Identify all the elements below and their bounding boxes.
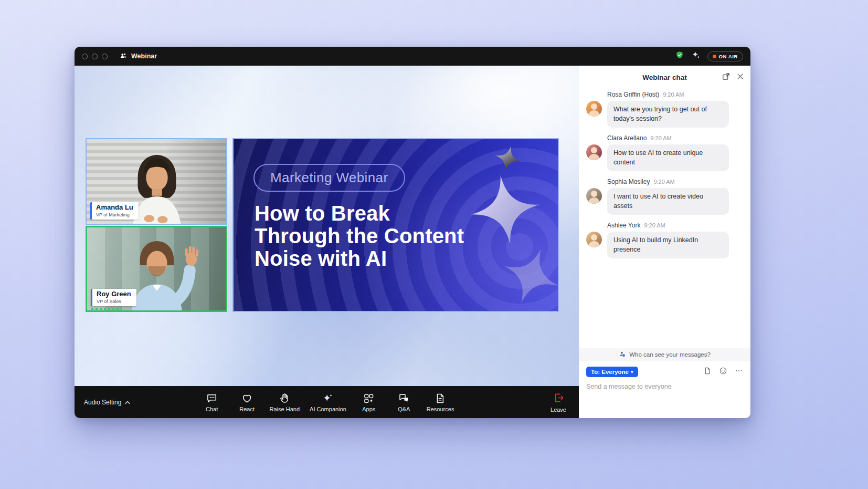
recipient-selector[interactable]: To: Everyone ▾: [586, 367, 638, 377]
meeting-toolbar: Audio Setting Chat React: [75, 386, 579, 418]
message-time: 9:20 AM: [644, 222, 665, 228]
title-bar: Webinar ON AIR: [75, 47, 750, 66]
on-air-dot: [713, 55, 716, 58]
chat-icon: [206, 392, 218, 404]
audio-level-indicator: [91, 308, 122, 310]
qa-icon: [398, 392, 410, 404]
caret-down-icon: ▾: [631, 370, 633, 374]
chat-message: Clara Arellano9:20 AM How to use AI to c…: [586, 134, 743, 171]
raised-hand-icon: [279, 392, 291, 404]
more-options-icon[interactable]: [735, 367, 743, 377]
close-icon[interactable]: [736, 72, 744, 82]
window-maximize-button[interactable]: [102, 54, 108, 59]
audio-setting-button[interactable]: Audio Setting: [84, 399, 130, 406]
message-author: Rosa Griffin (Host): [607, 91, 659, 98]
apps-icon: [363, 392, 375, 404]
chat-message: Sophia Mosiley9:20 AM I want to use AI t…: [586, 178, 743, 215]
ai-companion-sparkle-icon[interactable]: [691, 50, 701, 62]
message-visibility-note[interactable]: Who can see your messages?: [579, 348, 750, 361]
participant-role: VP of Marketing: [96, 212, 133, 217]
visibility-person-icon: [619, 350, 626, 359]
participant-name: Amanda Lu: [96, 204, 133, 212]
message-author: Sophia Mosiley: [607, 178, 650, 185]
toolbar-button-raise-hand[interactable]: Raise Hand: [267, 390, 303, 414]
avatar: [586, 232, 602, 247]
meeting-stage: Amanda Lu VP of Marketing: [75, 66, 579, 386]
message-author: Clara Arellano: [607, 134, 647, 142]
window-close-button[interactable]: [82, 54, 88, 59]
toolbar-button-ai-companion[interactable]: AI Companion: [306, 390, 350, 414]
name-tag-amanda: Amanda Lu VP of Marketing: [90, 202, 139, 220]
leave-icon: [553, 392, 565, 405]
chat-message: Ashlee York9:20 AM Using AI to build my …: [586, 222, 743, 258]
ai-companion-icon: [322, 392, 334, 404]
participant-role: VP of Sales: [97, 299, 131, 304]
on-air-badge: ON AIR: [707, 51, 744, 61]
popout-icon[interactable]: [722, 72, 731, 83]
message-bubble: How to use AI to create unique content: [607, 144, 729, 171]
emoji-icon[interactable]: [719, 367, 727, 377]
slide-badge: Marketing Webinar: [253, 164, 405, 192]
avatar: [586, 144, 602, 160]
participant-video-roy[interactable]: Roy Green VP of Sales: [86, 226, 227, 312]
message-bubble: I want to use AI to create video assets: [607, 188, 729, 215]
name-tag-roy: Roy Green VP of Sales: [91, 289, 136, 306]
message-time: 9:20 AM: [650, 135, 671, 141]
message-bubble: Using AI to build my LinkedIn presence: [607, 232, 729, 258]
leave-button[interactable]: Leave: [551, 392, 566, 413]
webinar-window: Webinar ON AIR: [75, 47, 750, 418]
decorative-star-shape: [466, 170, 544, 248]
window-controls: [82, 54, 108, 59]
slide-title: How to Break Through the Content Noise w…: [255, 202, 464, 270]
toolbar-button-chat[interactable]: Chat: [196, 390, 228, 414]
chat-message-list[interactable]: Rosa Griffin (Host)9:20 AM What are you …: [579, 89, 750, 348]
toolbar-button-apps[interactable]: Apps: [353, 390, 385, 414]
message-time: 9:20 AM: [653, 179, 674, 185]
message-bubble: What are you trying to get out of today'…: [607, 101, 729, 128]
chat-header: Webinar chat: [579, 66, 750, 89]
participant-name: Roy Green: [97, 290, 131, 298]
security-shield-icon[interactable]: [675, 50, 684, 62]
webinar-icon: [119, 51, 128, 61]
shared-slide: Marketing Webinar How to Break Through t…: [232, 138, 559, 312]
heart-icon: [241, 392, 253, 404]
message-author: Ashlee York: [607, 222, 640, 229]
avatar: [586, 101, 602, 117]
participant-video-amanda[interactable]: Amanda Lu VP of Marketing: [86, 138, 227, 225]
window-title: Webinar: [131, 53, 157, 60]
chat-message-input[interactable]: [586, 383, 743, 390]
chat-panel: Webinar chat Rosa Griffin (Host)9:20 AM …: [579, 66, 750, 418]
decorative-star-shape: [492, 143, 524, 175]
chevron-up-icon: [125, 399, 130, 406]
decorative-star-shape: [494, 239, 559, 312]
toolbar-button-react[interactable]: React: [231, 390, 263, 414]
toolbar-button-resources[interactable]: Resources: [424, 390, 458, 414]
chat-compose-area: To: Everyone ▾: [579, 361, 750, 418]
chat-panel-title: Webinar chat: [642, 74, 687, 81]
document-icon: [435, 392, 447, 404]
window-minimize-button[interactable]: [92, 54, 98, 59]
attach-file-icon[interactable]: [703, 367, 712, 377]
toolbar-button-qa[interactable]: Q&A: [388, 390, 420, 414]
message-time: 9:20 AM: [663, 91, 684, 98]
chat-message: Rosa Griffin (Host)9:20 AM What are you …: [586, 91, 743, 128]
audio-setting-label: Audio Setting: [84, 399, 121, 406]
avatar: [586, 188, 602, 204]
